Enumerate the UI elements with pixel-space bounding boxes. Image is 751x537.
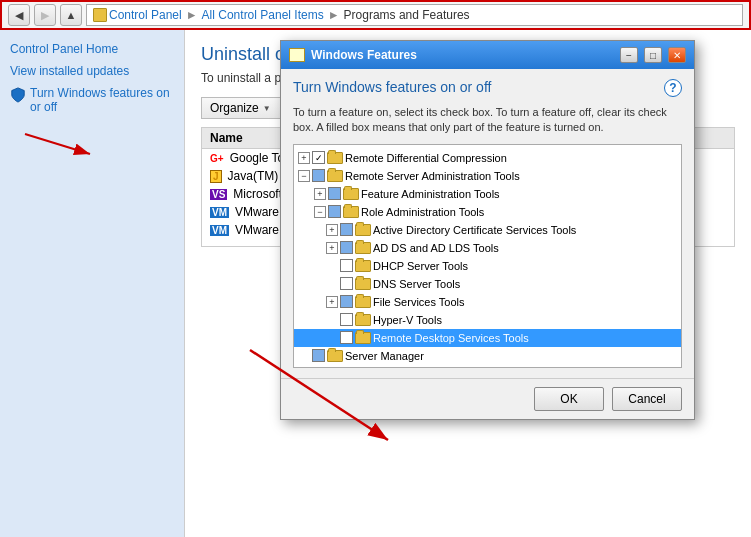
sidebar: Control Panel Home View installed update… xyxy=(0,30,185,537)
organize-label: Organize xyxy=(210,101,259,115)
tree-item[interactable]: ✓Remote Desktop Services Tools xyxy=(294,329,681,347)
dialog-footer: OK Cancel xyxy=(281,378,694,419)
sidebar-windows-features[interactable]: Turn Windows features on or off xyxy=(10,86,174,114)
feature-label: AD DS and AD LDS Tools xyxy=(373,242,677,254)
shield-icon xyxy=(10,87,26,103)
tree-item[interactable]: Hyper-V Tools xyxy=(294,311,681,329)
breadcrumb-2[interactable]: All Control Panel Items xyxy=(202,8,324,22)
feature-checkbox[interactable]: ✓ xyxy=(340,331,353,344)
forward-button[interactable]: ▶ xyxy=(34,4,56,26)
folder-icon xyxy=(327,170,343,182)
folder-icon xyxy=(355,260,371,272)
minimize-button[interactable]: − xyxy=(620,47,638,63)
folder-icon xyxy=(355,332,371,344)
feature-checkbox[interactable] xyxy=(340,223,353,236)
close-button[interactable]: ✕ xyxy=(668,47,686,63)
breadcrumb-sep-1: ► xyxy=(186,8,198,22)
feature-label: Remote Desktop Services Tools xyxy=(373,332,677,344)
feature-label: Feature Administration Tools xyxy=(361,188,677,200)
breadcrumb-bar: Control Panel ► All Control Panel Items … xyxy=(86,4,743,26)
tree-item[interactable]: Server Manager xyxy=(294,347,681,365)
feature-checkbox[interactable] xyxy=(312,349,325,362)
expand-button[interactable]: − xyxy=(298,170,310,182)
breadcrumb-1[interactable]: Control Panel xyxy=(109,8,182,22)
feature-checkbox[interactable] xyxy=(340,259,353,272)
expand-button[interactable]: + xyxy=(326,296,338,308)
expand-button[interactable]: + xyxy=(314,188,326,200)
ok-button[interactable]: OK xyxy=(534,387,604,411)
dialog-title-text: Windows Features xyxy=(311,48,614,62)
expand-button[interactable]: + xyxy=(326,224,338,236)
feature-checkbox[interactable] xyxy=(340,313,353,326)
breadcrumb-folder-icon xyxy=(93,8,107,22)
feature-checkbox[interactable] xyxy=(340,277,353,290)
tree-item[interactable]: DNS Server Tools xyxy=(294,275,681,293)
vs-icon: VS xyxy=(210,189,227,200)
sidebar-arrow xyxy=(20,124,100,164)
dialog-title-icon xyxy=(289,48,305,62)
folder-icon xyxy=(343,188,359,200)
breadcrumb-3[interactable]: Programs and Features xyxy=(344,8,470,22)
help-button[interactable]: ? xyxy=(664,79,682,97)
feature-checkbox[interactable] xyxy=(312,169,325,182)
feature-checkbox[interactable] xyxy=(328,205,341,218)
feature-label: DNS Server Tools xyxy=(373,278,677,290)
vmware-icon: VM xyxy=(210,207,229,218)
folder-icon xyxy=(355,314,371,326)
feature-checkbox[interactable]: ✓ xyxy=(312,151,325,164)
dialog-description: To turn a feature on, select its check b… xyxy=(293,105,682,136)
back-button[interactable]: ◀ xyxy=(8,4,30,26)
windows-features-dialog: Windows Features − □ ✕ Turn Windows feat… xyxy=(280,40,695,420)
expand-button[interactable]: + xyxy=(298,152,310,164)
feature-checkbox[interactable] xyxy=(340,295,353,308)
folder-icon xyxy=(355,278,371,290)
google-icon: G+ xyxy=(210,153,224,164)
folder-icon xyxy=(327,152,343,164)
tree-item[interactable]: +Active Directory Certificate Services T… xyxy=(294,221,681,239)
expand-button[interactable]: − xyxy=(314,206,326,218)
vmware2-icon: VM xyxy=(210,225,229,236)
feature-label: Role Administration Tools xyxy=(361,206,677,218)
cancel-button[interactable]: Cancel xyxy=(612,387,682,411)
feature-checkbox[interactable] xyxy=(340,241,353,254)
svg-line-1 xyxy=(25,134,90,154)
feature-label: File Services Tools xyxy=(373,296,677,308)
folder-icon xyxy=(355,242,371,254)
tree-item[interactable]: +✓Remote Differential Compression xyxy=(294,149,681,167)
tree-item[interactable]: +File Services Tools xyxy=(294,293,681,311)
sidebar-installed-updates[interactable]: View installed updates xyxy=(10,64,174,78)
dropdown-arrow-icon: ▼ xyxy=(263,104,271,113)
feature-label: Hyper-V Tools xyxy=(373,314,677,326)
feature-checkbox[interactable] xyxy=(328,187,341,200)
tree-item[interactable]: DHCP Server Tools xyxy=(294,257,681,275)
tree-item[interactable]: +Feature Administration Tools xyxy=(294,185,681,203)
organize-button[interactable]: Organize ▼ xyxy=(201,97,282,119)
folder-icon xyxy=(355,224,371,236)
dialog-body: Turn Windows features on or off ? To tur… xyxy=(281,69,694,378)
feature-label: Server Manager xyxy=(345,350,677,362)
feature-label: Remote Differential Compression xyxy=(345,152,677,164)
feature-tree[interactable]: +✓Remote Differential Compression−Remote… xyxy=(293,144,682,368)
folder-icon xyxy=(343,206,359,218)
feature-label: DHCP Server Tools xyxy=(373,260,677,272)
java-icon: J xyxy=(210,170,222,183)
up-button[interactable]: ▲ xyxy=(60,4,82,26)
sidebar-control-panel-home[interactable]: Control Panel Home xyxy=(10,42,174,56)
dialog-titlebar: Windows Features − □ ✕ xyxy=(281,41,694,69)
tree-item[interactable]: −Remote Server Administration Tools xyxy=(294,167,681,185)
folder-icon xyxy=(327,350,343,362)
feature-label: Active Directory Certificate Services To… xyxy=(373,224,677,236)
breadcrumb-sep-2: ► xyxy=(328,8,340,22)
tree-item[interactable]: +AD DS and AD LDS Tools xyxy=(294,239,681,257)
sidebar-features-label: Turn Windows features on or off xyxy=(30,86,174,114)
tree-item[interactable]: −Role Administration Tools xyxy=(294,203,681,221)
maximize-button[interactable]: □ xyxy=(644,47,662,63)
expand-button[interactable]: + xyxy=(326,242,338,254)
folder-icon xyxy=(355,296,371,308)
feature-label: Remote Server Administration Tools xyxy=(345,170,677,182)
dialog-heading: Turn Windows features on or off xyxy=(293,79,491,95)
address-bar: ◀ ▶ ▲ Control Panel ► All Control Panel … xyxy=(0,0,751,30)
